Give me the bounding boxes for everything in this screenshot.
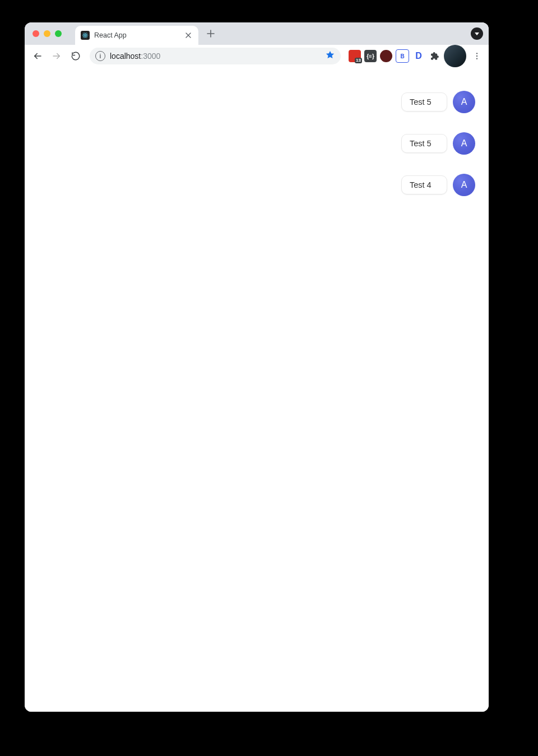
extension-bi-icon[interactable]: B xyxy=(396,49,409,63)
avatar-initial: A xyxy=(461,180,467,190)
window-close-button[interactable] xyxy=(33,30,39,37)
address-bar[interactable]: i localhost:3000 xyxy=(90,48,341,64)
new-tab-button[interactable] xyxy=(203,26,219,41)
extensions-puzzle-icon[interactable] xyxy=(428,50,440,62)
browser-window: React App xyxy=(25,22,489,712)
extensions-row: 13 {≡} B D xyxy=(346,45,484,67)
message-text: Test 4 xyxy=(410,180,432,189)
url-text: localhost:3000 xyxy=(110,52,321,61)
extension-d-icon[interactable]: D xyxy=(412,50,425,62)
chrome-menu-button[interactable] xyxy=(470,50,484,62)
url-host: localhost xyxy=(110,52,141,61)
message-row: Test 4 A xyxy=(401,174,475,196)
window-traffic-lights xyxy=(30,22,65,45)
svg-point-11 xyxy=(476,53,477,54)
sender-avatar[interactable]: A xyxy=(453,174,475,196)
window-right-controls xyxy=(471,22,483,45)
profile-avatar-icon[interactable] xyxy=(444,45,466,67)
window-zoom-button[interactable] xyxy=(55,30,62,37)
tab-title: React App xyxy=(94,31,179,39)
extension-red-icon[interactable]: 13 xyxy=(349,50,361,62)
sender-avatar[interactable]: A xyxy=(453,91,475,113)
url-port: :3000 xyxy=(141,52,160,61)
message-text: Test 5 xyxy=(410,98,432,106)
site-info-icon[interactable]: i xyxy=(95,51,105,61)
browser-toolbar: i localhost:3000 13 {≡} B D xyxy=(25,45,489,68)
svg-point-13 xyxy=(476,58,477,59)
extension-braces-icon[interactable]: {≡} xyxy=(364,50,377,62)
svg-marker-8 xyxy=(475,33,479,35)
reload-button[interactable] xyxy=(67,48,84,64)
message-text: Test 5 xyxy=(410,139,432,148)
message-row: Test 5 A xyxy=(401,91,475,113)
tab-close-button[interactable] xyxy=(184,31,193,40)
forward-button[interactable] xyxy=(48,48,65,64)
svg-point-12 xyxy=(476,55,477,57)
bookmark-star-icon[interactable] xyxy=(325,50,335,62)
react-icon xyxy=(81,31,90,40)
message-row: Test 5 A xyxy=(401,132,475,155)
extension-maroon-icon[interactable] xyxy=(380,50,392,62)
message-bubble[interactable]: Test 5 xyxy=(401,134,447,153)
message-list: Test 5 A Test 5 A Test 4 xyxy=(401,91,475,196)
message-bubble[interactable]: Test 5 xyxy=(401,92,447,112)
window-minimize-button[interactable] xyxy=(44,30,50,37)
extension-badge: 13 xyxy=(355,58,362,63)
back-button[interactable] xyxy=(29,48,46,64)
browser-tab-active[interactable]: React App xyxy=(75,26,198,45)
avatar-initial: A xyxy=(461,138,467,149)
avatar-initial: A xyxy=(461,97,467,107)
account-chevron-button[interactable] xyxy=(471,27,483,40)
tab-strip: React App xyxy=(25,22,489,45)
svg-point-0 xyxy=(85,35,86,36)
page-viewport: Test 5 A Test 5 A Test 4 xyxy=(25,67,489,712)
sender-avatar[interactable]: A xyxy=(453,132,475,155)
message-bubble[interactable]: Test 4 xyxy=(401,175,447,194)
